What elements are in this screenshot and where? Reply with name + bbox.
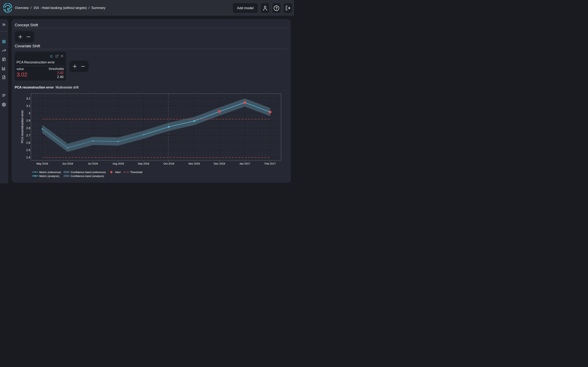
svg-text:2.8: 2.8 [26, 126, 30, 130]
svg-text:May 2016: May 2016 [36, 162, 48, 165]
svg-text:PCA reconstruction error: PCA reconstruction error [21, 110, 24, 143]
svg-text:Metric (reference): Metric (reference) [39, 171, 61, 174]
svg-text:Metric (analysis): Metric (analysis) [39, 175, 59, 178]
svg-text:Oct 2016: Oct 2016 [164, 162, 174, 165]
svg-text:Dec 2016: Dec 2016 [214, 162, 225, 165]
svg-text:3: 3 [29, 111, 30, 115]
svg-text:Threshold: Threshold [130, 171, 142, 174]
svg-text:Aug 2016: Aug 2016 [112, 162, 124, 165]
svg-text:3.2: 3.2 [26, 97, 30, 100]
svg-text:2.4: 2.4 [26, 156, 30, 159]
svg-text:2.6: 2.6 [26, 141, 30, 144]
svg-text:2.7: 2.7 [26, 134, 30, 137]
svg-text:Sep 2016: Sep 2016 [138, 162, 149, 165]
svg-text:Feb 2017: Feb 2017 [265, 162, 276, 165]
svg-text:Nov 2016: Nov 2016 [189, 162, 200, 165]
svg-text:2.5: 2.5 [26, 149, 30, 152]
svg-text:3.1: 3.1 [26, 104, 30, 108]
svg-text:Confidence band (analysis): Confidence band (analysis) [71, 175, 104, 178]
svg-text:Jan 2017: Jan 2017 [239, 162, 250, 165]
svg-text:Jul 2016: Jul 2016 [88, 162, 98, 165]
svg-text:Confidence band (reference): Confidence band (reference) [71, 171, 106, 174]
svg-text:2.9: 2.9 [26, 119, 30, 122]
svg-text:Alert: Alert [115, 171, 121, 174]
svg-text:Jun 2016: Jun 2016 [62, 162, 73, 165]
